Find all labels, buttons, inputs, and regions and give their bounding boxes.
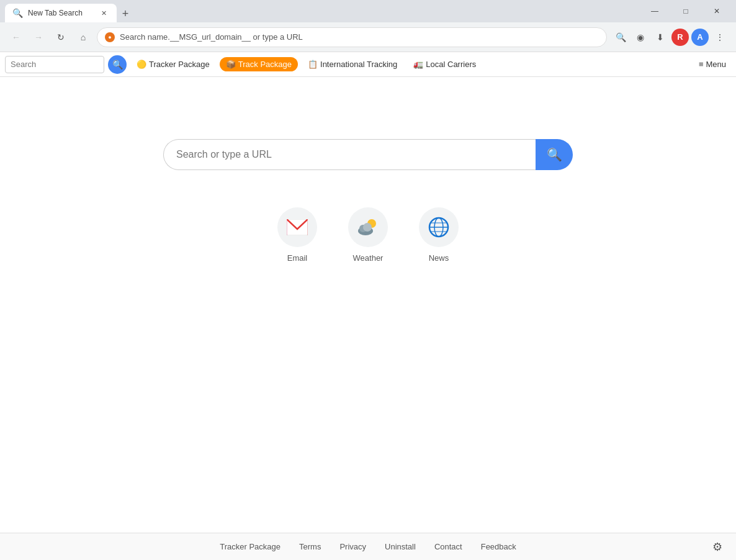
- shortcut-weather[interactable]: Weather: [348, 207, 388, 263]
- url-bar[interactable]: ● Search name.__MSG_url_domain__ or type…: [97, 27, 607, 47]
- url-text: Search name.__MSG_url_domain__ or type a…: [120, 32, 599, 42]
- footer-uninstall-link[interactable]: Uninstall: [385, 542, 416, 551]
- international-tracking-label: International Tracking: [320, 60, 397, 69]
- local-carriers-icon: 🚛: [413, 60, 423, 69]
- footer: Tracker Package Terms Privacy Uninstall …: [0, 533, 736, 560]
- settings-icon[interactable]: ⚙: [709, 538, 726, 556]
- footer-feedback-link[interactable]: Feedback: [481, 542, 516, 551]
- window-controls: — □ ✕: [640, 0, 731, 22]
- news-shortcut-icon: [419, 207, 459, 247]
- footer-tracker-package-link[interactable]: Tracker Package: [220, 542, 280, 551]
- track-package-link[interactable]: 📦 Track Package: [220, 57, 298, 71]
- track-package-label: Track Package: [238, 60, 292, 69]
- footer-contact-link[interactable]: Contact: [434, 542, 462, 551]
- main-search-button[interactable]: 🔍: [536, 139, 573, 170]
- tracker-package-icon: 🟡: [137, 60, 146, 69]
- shortcut-news[interactable]: News: [419, 207, 459, 263]
- tab-strip: 🔍 New Tab Search ✕ +: [5, 0, 635, 22]
- extension1-icon[interactable]: ◉: [632, 29, 649, 46]
- new-tab-button[interactable]: +: [117, 5, 134, 22]
- zoom-icon[interactable]: 🔍: [612, 29, 629, 46]
- toolbar: 🔍 🟡 Tracker Package 📦 Track Package 📋 In…: [0, 52, 736, 77]
- weather-shortcut-icon: [348, 207, 388, 247]
- main-search-input[interactable]: [163, 139, 536, 170]
- tab-search-icon: 🔍: [12, 8, 23, 18]
- toolbar-search-input[interactable]: [11, 60, 85, 69]
- shortcut-email[interactable]: Email: [277, 207, 317, 263]
- international-tracking-icon: 📋: [308, 60, 318, 69]
- track-package-icon: 📦: [226, 60, 236, 69]
- shortcuts-grid: Email Weather: [277, 207, 459, 263]
- local-carriers-link[interactable]: 🚛 Local Carriers: [407, 57, 482, 71]
- download-icon[interactable]: ⬇: [652, 29, 669, 46]
- refresh-button[interactable]: ↻: [52, 29, 70, 46]
- email-shortcut-label: Email: [287, 253, 308, 263]
- minimize-button[interactable]: —: [640, 0, 669, 22]
- tab-close-button[interactable]: ✕: [98, 7, 109, 19]
- main-search-wrap: 🔍: [163, 139, 573, 170]
- title-bar: 🔍 New Tab Search ✕ + — □ ✕: [0, 0, 736, 22]
- tab-title: New Tab Search: [28, 9, 83, 17]
- footer-privacy-link[interactable]: Privacy: [339, 542, 366, 551]
- news-icon-svg: [428, 217, 449, 238]
- active-tab[interactable]: 🔍 New Tab Search ✕: [5, 4, 117, 22]
- main-search-icon: 🔍: [547, 147, 562, 162]
- maximize-button[interactable]: □: [671, 0, 700, 22]
- back-button[interactable]: ←: [7, 29, 25, 46]
- svg-point-6: [363, 223, 372, 232]
- close-button[interactable]: ✕: [702, 0, 731, 22]
- site-favicon: ●: [105, 32, 115, 42]
- footer-terms-link[interactable]: Terms: [299, 542, 321, 551]
- menu-icon: ≡: [699, 60, 704, 69]
- extension2-icon[interactable]: R: [671, 29, 689, 46]
- menu-label: Menu: [706, 60, 726, 69]
- weather-icon-svg: [357, 217, 379, 237]
- tracker-package-label: Tracker Package: [149, 60, 210, 69]
- email-shortcut-icon: [277, 207, 317, 247]
- toolbar-search-wrap: [5, 56, 104, 73]
- more-options-icon[interactable]: ⋮: [711, 29, 729, 46]
- forward-button[interactable]: →: [30, 29, 47, 46]
- address-right-icons: 🔍 ◉ ⬇ R A ⋮: [612, 29, 729, 46]
- toolbar-search-button[interactable]: 🔍: [108, 55, 127, 74]
- account-button[interactable]: A: [691, 29, 709, 46]
- weather-shortcut-label: Weather: [353, 253, 384, 263]
- menu-button[interactable]: ≡ Menu: [694, 57, 731, 71]
- tracker-package-link[interactable]: 🟡 Tracker Package: [130, 57, 216, 71]
- international-tracking-link[interactable]: 📋 International Tracking: [302, 57, 403, 71]
- news-shortcut-label: News: [429, 253, 449, 263]
- local-carriers-label: Local Carriers: [426, 60, 476, 69]
- email-icon-svg: [287, 219, 308, 235]
- home-button[interactable]: ⌂: [74, 29, 92, 46]
- main-content: 🔍 Email: [0, 77, 736, 533]
- address-bar: ← → ↻ ⌂ ● Search name.__MSG_url_domain__…: [0, 22, 736, 52]
